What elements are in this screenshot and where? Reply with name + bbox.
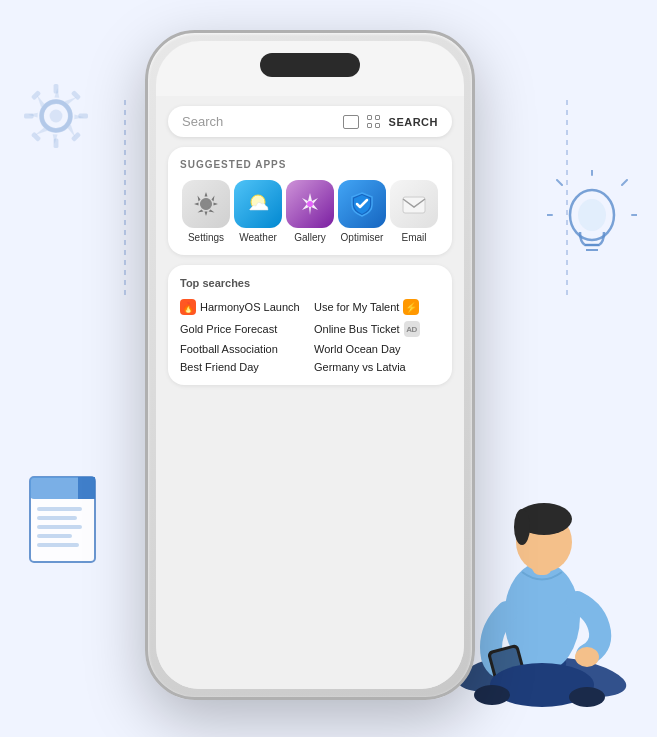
svg-point-46 bbox=[204, 202, 209, 207]
search-item-bus[interactable]: Online Bus Ticket AD bbox=[314, 321, 440, 337]
phone-notch bbox=[260, 53, 360, 77]
app-settings[interactable]: Settings bbox=[182, 180, 230, 243]
bulb-icon bbox=[547, 170, 637, 280]
svg-rect-4 bbox=[54, 138, 59, 148]
phone-device: Search SEARCH SUGG bbox=[145, 30, 475, 700]
fire-badge: 🔥 bbox=[180, 299, 196, 315]
search-item-label: Gold Price Forecast bbox=[180, 323, 277, 335]
gallery-icon bbox=[286, 180, 334, 228]
svg-rect-29 bbox=[37, 543, 79, 547]
svg-line-16 bbox=[557, 180, 562, 185]
search-button[interactable]: SEARCH bbox=[389, 116, 438, 128]
svg-point-36 bbox=[514, 509, 530, 545]
top-searches-section: Top searches 🔥 HarmonyOS Launch Use for … bbox=[168, 265, 452, 385]
search-item-label: Germany vs Latvia bbox=[314, 361, 406, 373]
suggested-apps-title: SUGGESTED APPS bbox=[180, 159, 440, 170]
search-item-label: World Ocean Day bbox=[314, 343, 401, 355]
scan-icon[interactable] bbox=[343, 115, 359, 129]
search-item-gold[interactable]: Gold Price Forecast bbox=[180, 321, 306, 337]
app-gallery[interactable]: Gallery bbox=[286, 180, 334, 243]
svg-rect-8 bbox=[71, 90, 81, 100]
suggested-apps-section: SUGGESTED APPS bbox=[168, 147, 452, 255]
search-item-label: Online Bus Ticket bbox=[314, 323, 400, 335]
svg-rect-25 bbox=[37, 507, 82, 511]
svg-rect-9 bbox=[31, 132, 41, 142]
svg-line-14 bbox=[622, 180, 627, 185]
grid-icon[interactable] bbox=[367, 115, 381, 129]
svg-rect-3 bbox=[54, 84, 59, 94]
app-optimiser[interactable]: Optimiser bbox=[338, 180, 386, 243]
document-icon bbox=[20, 472, 115, 592]
svg-rect-5 bbox=[24, 114, 34, 119]
search-placeholder: Search bbox=[182, 114, 223, 129]
app-email-label: Email bbox=[401, 232, 426, 243]
search-item-harmonyos[interactable]: 🔥 HarmonyOS Launch bbox=[180, 299, 306, 315]
search-bar[interactable]: Search SEARCH bbox=[168, 106, 452, 137]
svg-rect-27 bbox=[37, 525, 82, 529]
app-optimiser-label: Optimiser bbox=[341, 232, 384, 243]
svg-point-21 bbox=[578, 199, 606, 231]
svg-rect-28 bbox=[37, 534, 72, 538]
svg-point-42 bbox=[474, 685, 510, 705]
svg-point-2 bbox=[50, 110, 63, 123]
lightning-badge: ⚡ bbox=[403, 299, 419, 315]
searches-grid: 🔥 HarmonyOS Launch Use for My Talent ⚡ G… bbox=[180, 299, 440, 373]
phone-screen: Search SEARCH SUGG bbox=[156, 96, 464, 689]
app-weather[interactable]: Weather bbox=[234, 180, 282, 243]
svg-rect-49 bbox=[403, 197, 425, 213]
svg-point-48 bbox=[307, 201, 313, 207]
search-item-label: Football Association bbox=[180, 343, 278, 355]
search-item-friend[interactable]: Best Friend Day bbox=[180, 361, 306, 373]
apps-row: Settings Weather bbox=[180, 180, 440, 243]
app-gallery-label: Gallery bbox=[294, 232, 326, 243]
search-item-label: Use for My Talent bbox=[314, 301, 399, 313]
search-item-football[interactable]: Football Association bbox=[180, 343, 306, 355]
email-icon bbox=[390, 180, 438, 228]
search-item-germany[interactable]: Germany vs Latvia bbox=[314, 361, 440, 373]
search-item-ocean[interactable]: World Ocean Day bbox=[314, 343, 440, 355]
settings-icon bbox=[182, 180, 230, 228]
svg-point-38 bbox=[575, 647, 599, 667]
svg-rect-26 bbox=[37, 516, 77, 520]
search-item-label: Best Friend Day bbox=[180, 361, 259, 373]
svg-point-43 bbox=[569, 687, 605, 707]
search-item-talent[interactable]: Use for My Talent ⚡ bbox=[314, 299, 440, 315]
search-item-label: HarmonyOS Launch bbox=[200, 301, 300, 313]
app-settings-label: Settings bbox=[188, 232, 224, 243]
top-searches-title: Top searches bbox=[180, 277, 440, 289]
weather-icon bbox=[234, 180, 282, 228]
app-email[interactable]: Email bbox=[390, 180, 438, 243]
svg-rect-24 bbox=[78, 477, 95, 499]
optimiser-icon bbox=[338, 180, 386, 228]
ad-badge: AD bbox=[404, 321, 420, 337]
app-weather-label: Weather bbox=[239, 232, 277, 243]
